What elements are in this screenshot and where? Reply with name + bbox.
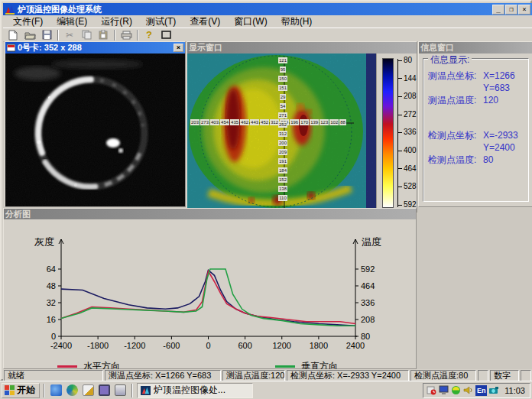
crosshair-value: 196 — [290, 119, 299, 125]
help-icon[interactable]: ? — [141, 29, 157, 41]
menu-window[interactable]: 窗口(W) — [227, 15, 274, 29]
status-empty-1 — [478, 370, 488, 381]
measure-temp-value: 120 — [483, 94, 498, 106]
info-window-title: 信息窗口 — [420, 42, 454, 54]
color-scale-tick: 144 — [398, 74, 417, 83]
menu-run[interactable]: 运行(R) — [94, 15, 139, 29]
crosshair-col-values: 1219515015129542712523122002091911841521… — [278, 57, 287, 201]
detect-coord-x: X=-2933 — [483, 129, 518, 141]
menu-view[interactable]: 查看(V) — [183, 15, 227, 29]
color-scale-tick: 464 — [398, 164, 417, 173]
toolbar-separator — [114, 30, 115, 41]
app-icon — [5, 5, 15, 15]
detect-point-temp-row: 检测点温度: 80 — [428, 154, 525, 166]
start-label: 开始 — [17, 384, 35, 397]
detect-coord-label: 检测点坐标: — [428, 129, 483, 141]
x-tick-label: -1800 — [87, 341, 109, 350]
crosshair-value: 454 — [220, 119, 229, 125]
crosshair-value: 200 — [278, 140, 287, 146]
language-indicator[interactable]: En — [475, 385, 487, 396]
window-icon[interactable] — [158, 29, 174, 41]
crosshair-value: 152 — [278, 177, 287, 183]
task-button-active[interactable]: 炉顶温控图像处... — [137, 383, 253, 398]
paste-icon[interactable] — [96, 29, 111, 41]
mail-icon[interactable] — [115, 384, 126, 396]
display-window-titlebar[interactable]: 显示窗口 — [187, 42, 417, 54]
crosshair-value: 29 — [280, 94, 287, 100]
new-icon[interactable] — [5, 29, 21, 41]
minimize-button[interactable]: _ — [492, 5, 504, 15]
thermal-image: 2032734034544354624434523123741961701391… — [187, 54, 376, 212]
copy-icon[interactable] — [79, 29, 94, 41]
crosshair-value: 312 — [278, 131, 287, 137]
chart-window-titlebar[interactable]: 分析图 — [4, 209, 416, 219]
menu-test[interactable]: 测试(T) — [139, 15, 183, 29]
tray-antivirus-icon[interactable] — [451, 385, 461, 395]
tray-capture-icon[interactable] — [489, 385, 499, 395]
color-scale-tick: 528 — [398, 182, 417, 190]
chart-canvas: 灰度温度01632486480208336464592-2400-1800-12… — [4, 219, 416, 368]
restore-button[interactable]: ❐ — [505, 5, 517, 15]
close-button[interactable]: × — [518, 5, 530, 15]
color-scale-tick: 336 — [398, 128, 417, 136]
menu-help[interactable]: 帮助(H) — [274, 15, 320, 29]
status-numlock: 数字 — [490, 370, 519, 381]
cut-icon[interactable]: ✂ — [62, 29, 77, 41]
open-icon[interactable] — [22, 29, 37, 41]
desktop-icon[interactable] — [99, 384, 110, 396]
channels-icon[interactable] — [66, 384, 78, 396]
crosshair-value: 88 — [339, 119, 346, 125]
color-scale-panel: 80144208272336400464528592 — [376, 54, 417, 212]
crosshair-value: 203 — [190, 119, 200, 125]
crosshair-value: 151 — [278, 85, 287, 91]
volume-icon[interactable] — [463, 385, 473, 395]
crosshair-value: 443 — [250, 119, 259, 125]
crosshair-value: 209 — [278, 149, 287, 155]
toolbar: ✂ ? — [3, 28, 532, 42]
system-tray: En 11:03 — [423, 383, 530, 398]
windows-logo-icon — [5, 385, 15, 395]
analysis-chart: 灰度温度01632486480208336464592-2400-1800-12… — [4, 219, 416, 368]
save-icon[interactable] — [39, 29, 54, 41]
crosshair-value: 138 — [278, 186, 287, 192]
toolbar-separator — [57, 30, 59, 41]
menu-file[interactable]: 文件(F) — [6, 15, 50, 29]
status-bar: 就绪 测温点坐标: X=1266 Y=683 测温点温度:120 检测点坐标: … — [3, 369, 532, 381]
camera-close-icon[interactable]: × — [174, 44, 183, 52]
y-tick-label-left: 16 — [47, 315, 56, 324]
y-tick-label-right: 80 — [361, 332, 370, 341]
camera-window-icon — [7, 44, 15, 52]
outlook-icon[interactable] — [83, 384, 94, 396]
crosshair-value: 121 — [278, 57, 287, 63]
taskbar-clock: 11:03 — [504, 386, 525, 395]
y-tick-label-left: 48 — [47, 281, 56, 290]
status-detect-coord: 检测点坐标: X=-2933 Y=2400 — [287, 370, 409, 381]
measure-point-coord-row: 测温点坐标: X=1266 — [428, 70, 525, 82]
crosshair-value: 102 — [329, 119, 339, 125]
detect-temp-label: 检测点温度: — [428, 154, 483, 166]
analysis-chart-window: 分析图 灰度温度01632486480208336464592-2400-180… — [3, 208, 417, 369]
start-button[interactable]: 开始 — [2, 383, 40, 398]
crosshair-value: 95 — [280, 66, 287, 73]
tray-display-icon[interactable] — [439, 385, 449, 395]
measure-coord-label: 测温点坐标: — [428, 70, 483, 82]
menu-edit[interactable]: 编辑(E) — [50, 15, 94, 29]
camera-window-titlebar[interactable]: 0号卡: 352 x 288 × — [5, 42, 185, 54]
chart-window-title: 分析图 — [5, 209, 31, 220]
status-detect-temp: 检测点温度:80 — [410, 370, 476, 381]
crosshair-value: 462 — [240, 119, 249, 125]
color-scale-tick: 400 — [398, 146, 417, 154]
info-groupbox: 信息显示: 测温点坐标: X=1266 Y=683 测温点温度: 120 检 — [423, 58, 529, 202]
info-window-titlebar[interactable]: 信息窗口 — [419, 42, 532, 54]
ie-icon[interactable] — [50, 384, 62, 396]
detect-point-coord-row2: Y=2400 — [428, 141, 525, 154]
spacer-label — [428, 141, 483, 154]
measure-coord-x: X=1266 — [483, 70, 515, 82]
detect-temp-value: 80 — [483, 154, 493, 166]
print-icon[interactable] — [118, 29, 134, 41]
crosshair-value: 271 — [278, 112, 287, 118]
status-empty-2 — [521, 370, 531, 381]
measure-point-coord-row2: Y=683 — [428, 82, 525, 94]
tray-schedule-icon[interactable] — [427, 385, 436, 395]
color-scale-tick: 80 — [398, 56, 412, 64]
